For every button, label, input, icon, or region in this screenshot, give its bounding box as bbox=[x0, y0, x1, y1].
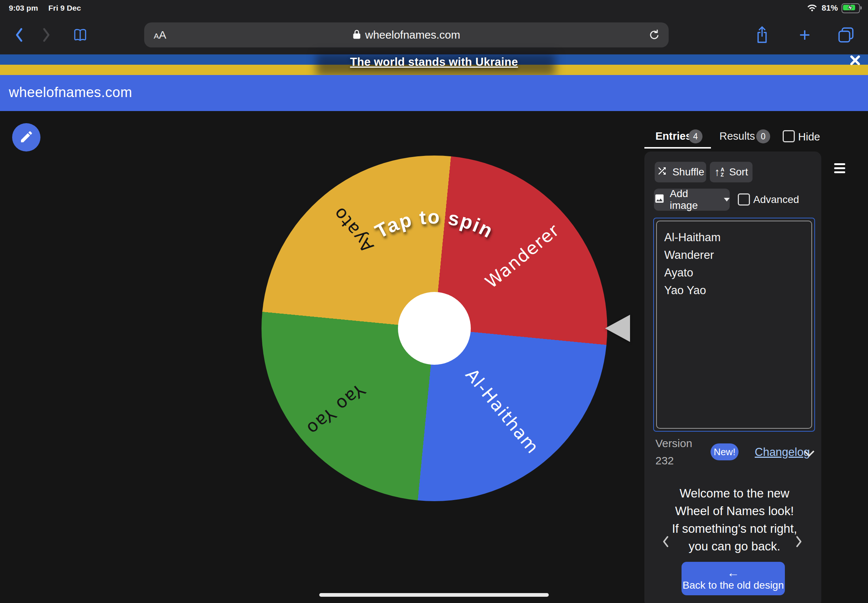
results-count-badge: 0 bbox=[756, 130, 770, 144]
chevron-down-icon bbox=[724, 198, 730, 201]
entry-item: Wanderer bbox=[664, 246, 811, 264]
back-to-old-design-button[interactable]: ← Back to the old design bbox=[682, 562, 785, 595]
browser-chrome: 9:03 pmFri 9 Dec 81% bbox=[0, 0, 868, 54]
forward-button[interactable] bbox=[38, 25, 54, 45]
changelog-link[interactable]: Changelog bbox=[755, 445, 810, 459]
date: Fri 9 Dec bbox=[48, 4, 81, 12]
new-tab-icon[interactable]: + bbox=[793, 23, 817, 47]
entries-count-badge: 4 bbox=[689, 130, 702, 144]
entries-list: Al-Haitham Wanderer Ayato Yao Yao bbox=[656, 221, 812, 429]
wheel-hub bbox=[398, 292, 471, 365]
back-button[interactable] bbox=[11, 25, 27, 45]
reload-button[interactable] bbox=[648, 29, 661, 43]
tabs-icon[interactable] bbox=[834, 23, 858, 47]
status-bar-left: 9:03 pmFri 9 Dec bbox=[9, 4, 81, 12]
shuffle-label: Shuffle bbox=[672, 166, 704, 178]
lock-icon bbox=[353, 29, 361, 41]
carousel-next-icon[interactable] bbox=[795, 535, 803, 549]
url-center: wheelofnames.com bbox=[144, 22, 668, 48]
ukraine-banner-link[interactable]: The world stands with Ukraine bbox=[0, 56, 868, 69]
tab-results[interactable]: Results bbox=[719, 130, 755, 142]
back-to-old-design-label: Back to the old design bbox=[682, 580, 784, 591]
version-text: Version 232 bbox=[655, 434, 692, 469]
bookmarks-icon[interactable] bbox=[72, 25, 88, 45]
shuffle-icon bbox=[656, 165, 668, 179]
active-tab-indicator bbox=[644, 147, 711, 148]
welcome-message: Welcome to the new Wheel of Names look! … bbox=[658, 485, 811, 555]
edit-button[interactable] bbox=[12, 123, 40, 152]
pencil-icon bbox=[19, 130, 34, 145]
shuffle-button[interactable]: Shuffle bbox=[654, 162, 706, 182]
url-text: wheelofnames.com bbox=[365, 29, 460, 41]
advanced-checkbox[interactable] bbox=[738, 193, 750, 206]
entry-item: Al-Haitham bbox=[664, 229, 811, 246]
site-header: wheelofnames.com bbox=[0, 75, 868, 111]
entry-item: Yao Yao bbox=[664, 281, 811, 299]
status-bar-right: 81% bbox=[806, 3, 860, 13]
left-arrow-icon: ← bbox=[727, 566, 740, 579]
screen: 9:03 pmFri 9 Dec 81% bbox=[0, 0, 868, 603]
new-badge: New! bbox=[710, 444, 738, 460]
sort-button[interactable]: ↑ AZ Sort bbox=[710, 162, 752, 182]
entries-textarea[interactable]: Al-Haitham Wanderer Ayato Yao Yao bbox=[653, 218, 815, 432]
battery-icon bbox=[842, 3, 860, 13]
menu-icon[interactable] bbox=[834, 163, 845, 173]
tab-entries[interactable]: Entries bbox=[655, 130, 692, 142]
site-title: wheelofnames.com bbox=[9, 85, 132, 100]
image-icon bbox=[654, 193, 665, 207]
clock: 9:03 pm bbox=[9, 4, 38, 12]
share-icon[interactable] bbox=[750, 23, 774, 47]
advanced-label: Advanced bbox=[753, 194, 799, 206]
add-image-label: Add image bbox=[670, 188, 717, 212]
entry-item: Ayato bbox=[664, 264, 811, 281]
sort-label: Sort bbox=[729, 166, 748, 178]
wifi-icon bbox=[806, 3, 818, 13]
url-bar[interactable]: AA wheelofnames.com bbox=[144, 22, 668, 48]
sort-icon: ↑ AZ bbox=[714, 166, 724, 178]
hide-checkbox[interactable] bbox=[783, 130, 795, 142]
home-indicator[interactable] bbox=[319, 593, 549, 597]
hide-label: Hide bbox=[798, 131, 820, 143]
battery-percent: 81% bbox=[822, 3, 838, 13]
carousel-prev-icon[interactable] bbox=[662, 535, 669, 549]
banner-close-icon[interactable] bbox=[849, 54, 861, 66]
add-image-button[interactable]: Add image bbox=[654, 189, 730, 211]
wheel-pointer bbox=[605, 315, 630, 342]
